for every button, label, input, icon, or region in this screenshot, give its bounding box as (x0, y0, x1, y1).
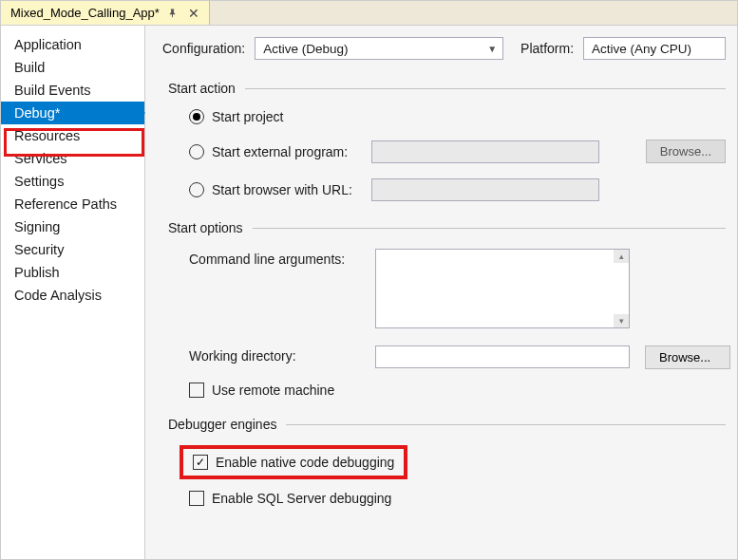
sidebar-item-debug[interactable]: Debug* (1, 102, 144, 124)
main-panel: Configuration: Active (Debug) ▼ Platform… (145, 26, 737, 560)
platform-label: Platform: (520, 41, 574, 56)
start-options-section: Start options Command line arguments: ▴ … (162, 220, 726, 398)
section-title: Start options (168, 220, 243, 235)
divider (286, 424, 726, 425)
tab-bar: Mixed_Mode_Calling_App* ✕ (1, 1, 737, 26)
sql-debug-label: Enable SQL Server debugging (212, 491, 391, 506)
remote-machine-label: Use remote machine (212, 383, 334, 398)
configuration-dropdown[interactable]: Active (Debug) ▼ (255, 37, 503, 60)
external-program-input[interactable] (371, 140, 599, 163)
sidebar: Application Build Build Events Debug* Re… (1, 26, 145, 560)
start-action-section: Start action Start project Start externa… (162, 81, 726, 201)
scroll-up-icon[interactable]: ▴ (614, 250, 629, 263)
debugger-engines-section: Debugger engines Enable native code debu… (162, 417, 726, 506)
close-icon[interactable]: ✕ (186, 6, 201, 21)
start-project-radio[interactable] (189, 109, 204, 124)
start-project-label: Start project (212, 109, 283, 124)
sidebar-item-build-events[interactable]: Build Events (1, 79, 144, 102)
sidebar-item-services[interactable]: Services (1, 147, 144, 170)
sidebar-item-application[interactable]: Application (1, 33, 144, 56)
sidebar-item-publish[interactable]: Publish (1, 261, 144, 284)
working-dir-input[interactable] (375, 345, 630, 368)
scroll-down-icon[interactable]: ▾ (614, 314, 629, 327)
cli-args-textarea[interactable]: ▴ ▾ (375, 249, 630, 328)
section-title: Debugger engines (168, 417, 276, 432)
chevron-down-icon: ▼ (487, 44, 497, 54)
sidebar-item-reference-paths[interactable]: Reference Paths (1, 193, 144, 215)
sql-debug-checkbox[interactable] (189, 491, 204, 506)
sidebar-item-resources[interactable]: Resources (1, 124, 144, 147)
working-dir-label: Working directory: (189, 345, 360, 364)
native-debug-checkbox[interactable] (193, 455, 208, 470)
sidebar-item-security[interactable]: Security (1, 238, 144, 261)
native-debug-label: Enable native code debugging (216, 455, 394, 470)
remote-machine-checkbox[interactable] (189, 383, 204, 398)
pin-icon[interactable] (165, 6, 180, 21)
browse-working-dir-button[interactable]: Browse... (645, 345, 730, 369)
start-external-program-radio[interactable] (189, 144, 204, 159)
configuration-value: Active (Debug) (263, 42, 348, 56)
document-tab[interactable]: Mixed_Mode_Calling_App* ✕ (1, 1, 210, 25)
native-debug-highlight-marker: Enable native code debugging (180, 445, 407, 479)
platform-dropdown[interactable]: Active (Any CPU) (583, 37, 726, 60)
tab-title: Mixed_Mode_Calling_App* (10, 6, 160, 20)
divider (253, 228, 726, 229)
divider (245, 88, 726, 89)
section-title: Start action (168, 81, 236, 96)
browse-external-button[interactable]: Browse... (646, 140, 726, 163)
platform-value: Active (Any CPU) (592, 42, 691, 56)
sidebar-item-signing[interactable]: Signing (1, 215, 144, 238)
configuration-label: Configuration: (162, 41, 245, 56)
start-external-label: Start external program: (212, 144, 364, 159)
sidebar-item-settings[interactable]: Settings (1, 170, 144, 193)
start-browser-label: Start browser with URL: (212, 182, 364, 197)
cli-args-label: Command line arguments: (189, 249, 360, 267)
browser-url-input[interactable] (371, 178, 599, 201)
start-browser-radio[interactable] (189, 182, 204, 197)
sidebar-item-code-analysis[interactable]: Code Analysis (1, 284, 144, 307)
sidebar-item-build[interactable]: Build (1, 56, 144, 79)
